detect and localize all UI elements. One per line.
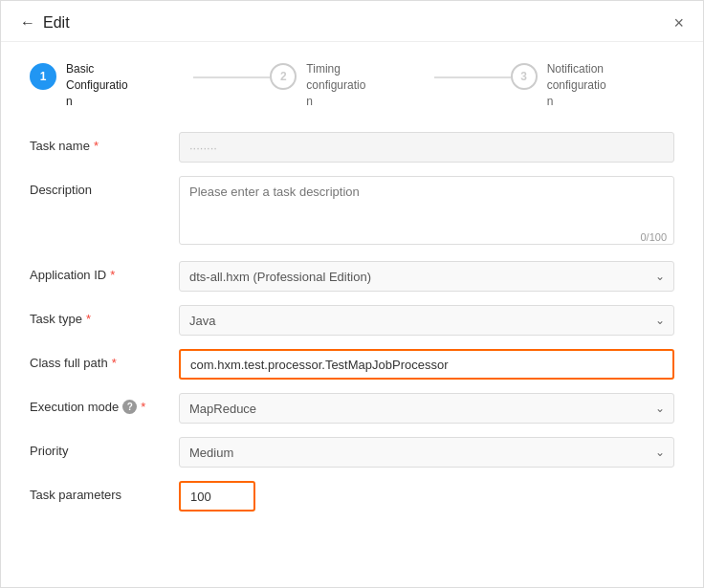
step-3[interactable]: 3 Notificationconfiguration [511, 61, 674, 109]
task-parameters-label: Task parameters [30, 481, 164, 502]
application-id-required: * [110, 268, 115, 282]
class-full-path-required: * [112, 356, 117, 370]
form-body: Task name * Description 0/100 Applicatio… [1, 124, 703, 587]
step-1-circle: 1 [30, 63, 56, 90]
step-1-label: BasicConfiguration [66, 61, 128, 109]
header-left: ← Edit [20, 14, 70, 32]
task-parameters-input[interactable] [179, 481, 255, 512]
task-name-control [179, 132, 674, 163]
description-label: Description [30, 176, 164, 197]
stepper: 1 BasicConfiguration 2 Timingconfigurati… [1, 42, 703, 124]
task-type-required: * [86, 312, 91, 326]
application-id-control: dts-all.hxm (Professional Edition) ⌄ [179, 261, 674, 292]
task-name-row: Task name * [30, 132, 674, 163]
task-type-select[interactable]: Java [179, 305, 674, 336]
task-name-required: * [94, 139, 99, 153]
execution-mode-required: * [141, 400, 145, 414]
description-control: 0/100 [179, 176, 674, 248]
class-full-path-input[interactable] [179, 349, 674, 380]
step-3-circle: 3 [511, 63, 538, 90]
task-parameters-control [179, 481, 674, 512]
application-id-label: Application ID * [30, 261, 164, 282]
class-full-path-label: Class full path * [30, 349, 164, 370]
step-connector-2 [434, 76, 511, 78]
execution-mode-row: Execution mode ? * MapReduce ⌄ [30, 393, 674, 424]
priority-control: Medium ⌄ [179, 437, 674, 468]
task-name-input[interactable] [179, 132, 674, 163]
execution-mode-help-icon[interactable]: ? [122, 400, 137, 414]
description-row: Description 0/100 [30, 176, 674, 248]
dialog-header: ← Edit × [1, 1, 703, 42]
step-2[interactable]: 2 Timingconfiguration [270, 61, 433, 109]
step-2-circle: 2 [270, 63, 297, 90]
application-id-select[interactable]: dts-all.hxm (Professional Edition) [179, 261, 674, 292]
task-parameters-row: Task parameters [30, 481, 674, 512]
description-textarea[interactable] [179, 176, 674, 245]
execution-mode-control: MapReduce ⌄ [179, 393, 674, 424]
task-name-label: Task name * [30, 132, 164, 153]
edit-dialog: ← Edit × 1 BasicConfiguration 2 Timingco… [0, 0, 704, 588]
class-full-path-row: Class full path * [30, 349, 674, 380]
task-type-control: Java ⌄ [179, 305, 674, 336]
class-full-path-control [179, 349, 674, 380]
step-connector-1 [193, 76, 270, 78]
back-button[interactable]: ← [20, 14, 35, 32]
close-button[interactable]: × [673, 14, 684, 32]
dialog-title: Edit [43, 14, 70, 32]
execution-mode-label: Execution mode ? * [30, 393, 164, 414]
priority-select[interactable]: Medium [179, 437, 674, 468]
priority-label: Priority [30, 437, 164, 458]
application-id-row: Application ID * dts-all.hxm (Profession… [30, 261, 674, 292]
priority-row: Priority Medium ⌄ [30, 437, 674, 468]
execution-mode-select[interactable]: MapReduce [179, 393, 674, 424]
task-type-label: Task type * [30, 305, 164, 326]
char-count: 0/100 [640, 231, 667, 243]
task-type-row: Task type * Java ⌄ [30, 305, 674, 336]
step-3-label: Notificationconfiguration [547, 61, 606, 109]
step-1[interactable]: 1 BasicConfiguration [30, 61, 193, 109]
step-2-label: Timingconfiguration [306, 61, 365, 109]
